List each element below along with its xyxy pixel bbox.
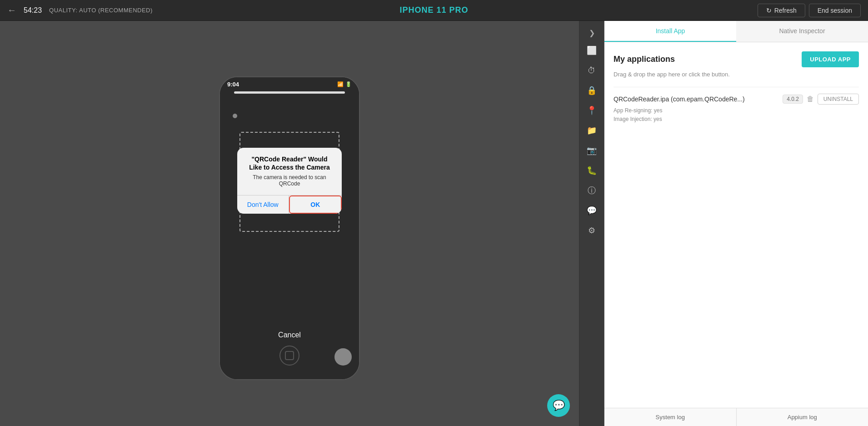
message-button[interactable]: 💬 [583, 202, 600, 219]
app-resigning: App Re-signing: yes [614, 106, 859, 115]
main-area: 9:04 📶 🔋 "QRCode Reader" Would Like to A… [0, 21, 868, 426]
phone-circle-button[interactable] [334, 348, 352, 366]
refresh-icon: ↻ [766, 7, 772, 14]
settings-icon: ⚙ [588, 226, 595, 236]
permission-dialog: "QRCode Reader" Would Like to Access the… [237, 148, 342, 214]
device-title: IPHONE 11 PRO [399, 5, 468, 15]
back-button[interactable]: ← [7, 5, 16, 15]
camera-icon: 📷 [587, 145, 597, 155]
panel-subtitle: Drag & drop the app here or click the bu… [614, 71, 859, 78]
panel-toggle-button[interactable]: ❯ [583, 26, 600, 39]
phone-time: 9:04 [227, 81, 239, 88]
tab-appium-log[interactable]: Appium log [737, 408, 868, 426]
top-bar-left: ← 54:23 QUALITY: AUTO (RECOMMENDED) [7, 5, 153, 15]
dialog-message: The camera is needed to scan QRCode [244, 174, 334, 187]
info-icon: ⓘ [588, 185, 596, 196]
session-timer: 54:23 [24, 6, 42, 15]
phone-screen: 9:04 📶 🔋 "QRCode Reader" Would Like to A… [220, 77, 359, 379]
rotate-icon: ⬜ [587, 45, 597, 55]
info-button[interactable]: ⓘ [583, 182, 600, 199]
dont-allow-button[interactable]: Don't Allow [237, 195, 289, 214]
status-icons: 📶 🔋 [337, 81, 352, 87]
ok-button[interactable]: OK [289, 195, 342, 214]
app-item-actions: 4.0.2 🗑 UNINSTALL [783, 94, 859, 105]
app-image-injection: Image Injection: yes [614, 115, 859, 124]
lock-button[interactable]: 🔒 [583, 82, 600, 99]
log-tabs: System log Appium log [604, 408, 868, 426]
app-item-header: QRCodeReader.ipa (com.epam.QRCodeRe...) … [614, 94, 859, 105]
uninstall-button[interactable]: UNINSTALL [818, 94, 859, 105]
top-bar-right: ↻ Refresh End session [758, 4, 861, 17]
app-meta: App Re-signing: yes Image Injection: yes [614, 106, 859, 124]
delete-app-icon[interactable]: 🗑 [807, 95, 814, 103]
phone-home-button[interactable] [279, 346, 299, 366]
chat-icon: 💬 [553, 400, 565, 411]
app-name: QRCodeReader.ipa (com.epam.QRCodeRe...) [614, 95, 745, 103]
side-toolbar: ❯ ⬜ ⏱ 🔒 📍 📁 📷 🐛 ⓘ 💬 ⚙ [579, 21, 604, 426]
bug-button[interactable]: 🐛 [583, 162, 600, 179]
wifi-icon: 📶 [337, 81, 344, 87]
rotate-button[interactable]: ⬜ [583, 42, 600, 59]
folder-icon: 📁 [587, 125, 597, 135]
folder-button[interactable]: 📁 [583, 122, 600, 139]
panel-title: My applications [614, 55, 675, 64]
home-button-inner [285, 351, 294, 360]
camera-button[interactable]: 📷 [583, 142, 600, 159]
panel-header: My applications UPLOAD APP [614, 51, 859, 67]
refresh-button[interactable]: ↻ Refresh [758, 4, 805, 17]
phone-top-white-bar [234, 91, 345, 94]
location-icon: 📍 [587, 105, 597, 115]
panel-content: My applications UPLOAD APP Drag & drop t… [604, 42, 868, 408]
dialog-buttons: Don't Allow OK [237, 195, 342, 214]
refresh-label: Refresh [774, 7, 797, 14]
message-icon: 💬 [587, 205, 597, 216]
upload-app-button[interactable]: UPLOAD APP [802, 51, 859, 67]
quality-label: QUALITY: AUTO (RECOMMENDED) [49, 7, 153, 14]
location-button[interactable]: 📍 [583, 102, 600, 119]
phone-cancel-text: Cancel [220, 331, 359, 339]
panel-tabs: Install App Native Inspector [604, 21, 868, 42]
chat-bubble-button[interactable]: 💬 [547, 394, 570, 417]
settings-button[interactable]: ⚙ [583, 222, 600, 239]
tab-install-app[interactable]: Install App [604, 21, 736, 42]
phone-dot [233, 114, 237, 118]
right-panel: Install App Native Inspector My applicat… [604, 21, 868, 426]
app-list-item: QRCodeReader.ipa (com.epam.QRCodeRe...) … [614, 87, 859, 130]
bug-icon: 🐛 [587, 165, 597, 175]
end-session-label: End session [818, 7, 852, 14]
dialog-body: "QRCode Reader" Would Like to Access the… [237, 148, 342, 195]
app-version-badge: 4.0.2 [783, 95, 803, 104]
tab-system-log[interactable]: System log [604, 408, 737, 426]
phone-frame: 9:04 📶 🔋 "QRCode Reader" Would Like to A… [219, 76, 360, 380]
battery-icon: 🔋 [345, 81, 352, 87]
dialog-title: "QRCode Reader" Would Like to Access the… [244, 155, 334, 171]
lock-icon: 🔒 [587, 85, 597, 95]
tab-native-inspector[interactable]: Native Inspector [736, 21, 868, 42]
end-session-button[interactable]: End session [809, 4, 861, 17]
phone-viewport: 9:04 📶 🔋 "QRCode Reader" Would Like to A… [0, 21, 579, 426]
top-bar: ← 54:23 QUALITY: AUTO (RECOMMENDED) IPHO… [0, 0, 868, 21]
phone-status-bar: 9:04 📶 🔋 [220, 77, 359, 90]
timer-icon: ⏱ [588, 66, 596, 75]
timer-button[interactable]: ⏱ [583, 62, 600, 79]
